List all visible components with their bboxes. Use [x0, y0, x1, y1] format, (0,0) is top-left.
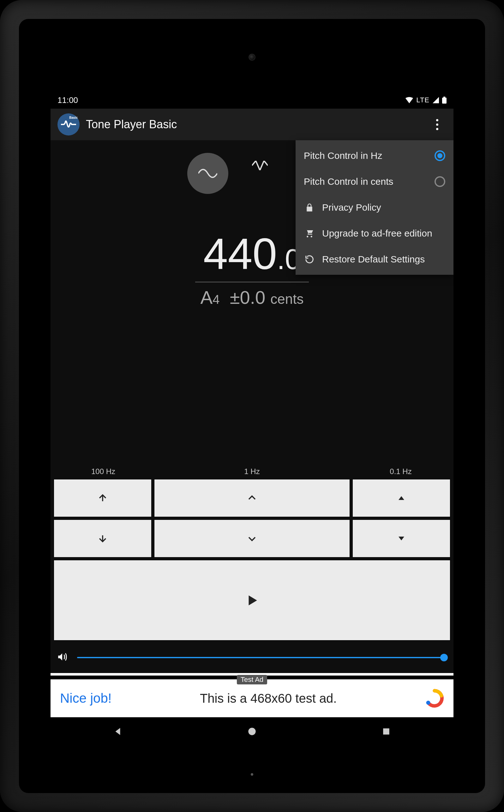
- svg-point-2: [426, 701, 430, 705]
- home-indicator: [251, 773, 253, 776]
- frequency-integer: 440: [203, 229, 277, 279]
- app-icon-badge: Basic: [69, 116, 78, 119]
- status-network: LTE: [416, 96, 429, 104]
- radio-off-icon: [435, 176, 445, 187]
- note-octave: 4: [213, 292, 219, 306]
- note-name: A: [201, 287, 213, 308]
- step-down-1hz[interactable]: [154, 520, 350, 557]
- menu-item-pitch-hz[interactable]: Pitch Control in Hz: [296, 143, 453, 169]
- step-up-1hz[interactable]: [154, 479, 350, 517]
- waveform-sine[interactable]: [187, 153, 228, 194]
- step-label-01hz: 0.1 Hz: [351, 467, 450, 476]
- signal-icon: [433, 97, 439, 103]
- app-content: 440.0 A4 ±0.0 cents 100 Hz 1 Hz 0.1 Hz: [51, 140, 453, 717]
- step-up-100hz[interactable]: [54, 479, 152, 517]
- status-bar: 11:00 LTE: [51, 92, 453, 109]
- waveform-triangle[interactable]: [247, 153, 273, 178]
- ad-tag: Test Ad: [237, 675, 267, 684]
- volume-control: [51, 641, 453, 673]
- lock-icon: [304, 203, 315, 212]
- ad-body: This is a 468x60 test ad.: [200, 691, 337, 706]
- front-camera: [249, 54, 255, 61]
- ad-logo-icon: [425, 689, 444, 708]
- step-labels: 100 Hz 1 Hz 0.1 Hz: [54, 467, 450, 476]
- status-time: 11:00: [57, 95, 78, 105]
- menu-item-upgrade[interactable]: Upgrade to ad-free edition: [296, 220, 453, 246]
- menu-item-restore[interactable]: Restore Default Settings: [296, 246, 453, 272]
- svg-rect-0: [442, 98, 447, 104]
- step-up-01hz[interactable]: [352, 479, 450, 517]
- ad-headline: Nice job!: [60, 691, 111, 706]
- step-label-100hz: 100 Hz: [54, 467, 153, 476]
- radio-on-icon: [435, 150, 445, 161]
- step-down-01hz[interactable]: [352, 520, 450, 557]
- nav-back-button[interactable]: [99, 722, 137, 741]
- cart-icon: [304, 229, 315, 238]
- restore-icon: [304, 255, 315, 264]
- nav-home-button[interactable]: [233, 722, 271, 741]
- overflow-menu: Pitch Control in Hz Pitch Control in cen…: [296, 140, 453, 275]
- play-button[interactable]: [54, 560, 450, 641]
- volume-slider[interactable]: [77, 657, 447, 658]
- svg-point-3: [248, 728, 255, 735]
- battery-icon: [442, 97, 447, 104]
- svg-rect-1: [443, 97, 445, 98]
- step-label-1hz: 1 Hz: [153, 467, 351, 476]
- wifi-icon: [405, 97, 413, 103]
- cents-prefix: ±: [230, 287, 240, 308]
- step-down-100hz[interactable]: [54, 520, 152, 557]
- svg-rect-4: [383, 728, 390, 735]
- cents-label: cents: [270, 291, 303, 307]
- menu-item-pitch-cents[interactable]: Pitch Control in cents: [296, 169, 453, 195]
- cents-value: 0.0: [240, 287, 266, 308]
- app-bar: Basic Tone Player Basic: [51, 109, 453, 140]
- overflow-menu-button[interactable]: [428, 115, 447, 134]
- volume-thumb[interactable]: [440, 654, 448, 661]
- navigation-bar: [51, 717, 453, 746]
- nav-recents-button[interactable]: [367, 722, 405, 741]
- app-icon: Basic: [57, 113, 80, 135]
- app-title: Tone Player Basic: [86, 118, 177, 131]
- ad-banner[interactable]: Nice job! This is a 468x60 test ad.: [51, 679, 453, 717]
- menu-item-privacy[interactable]: Privacy Policy: [296, 195, 453, 220]
- tablet-frame: 11:00 LTE Basic Tone Player Basic: [0, 0, 504, 812]
- screen: 11:00 LTE Basic Tone Player Basic: [51, 92, 453, 746]
- volume-icon: [57, 652, 68, 664]
